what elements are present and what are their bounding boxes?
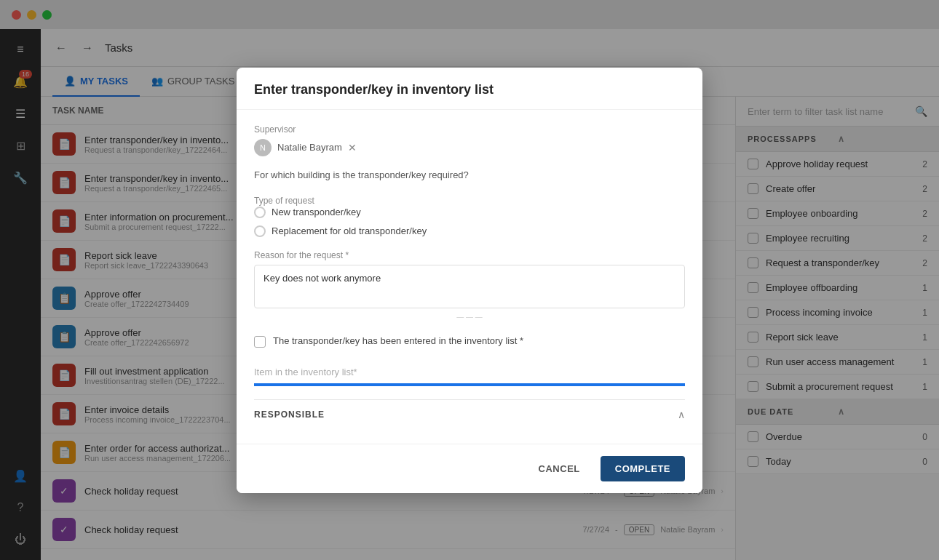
radio-new-circle[interactable] bbox=[254, 207, 266, 218]
reason-field: Reason for the request * Key does not wo… bbox=[254, 250, 685, 322]
inventory-checkbox-row: The transponder/key has been entered in … bbox=[254, 335, 685, 348]
inventory-item-input[interactable] bbox=[254, 361, 685, 385]
supervisor-label: Supervisor bbox=[254, 124, 685, 135]
type-of-request-label: Type of request bbox=[254, 196, 314, 206]
scroll-indicator: — — — bbox=[254, 311, 685, 322]
checkbox-label-text: The transponder/key has been entered in … bbox=[273, 335, 523, 346]
supervisor-row: N Natalie Bayram ✕ bbox=[254, 139, 685, 156]
cancel-button[interactable]: CANCEL bbox=[524, 456, 595, 481]
chevron-up-icon: ∧ bbox=[678, 409, 685, 420]
complete-button[interactable]: COMPLETE bbox=[601, 456, 685, 481]
modal-body: Supervisor N Natalie Bayram ✕ For which … bbox=[237, 110, 702, 444]
responsible-section[interactable]: RESPONSIBLE ∧ bbox=[254, 399, 685, 429]
modal-footer: CANCEL COMPLETE bbox=[237, 444, 702, 493]
inventory-checkbox[interactable] bbox=[254, 336, 266, 348]
modal-title: Enter transponder/key in inventory list bbox=[254, 82, 685, 97]
building-question-field: For which building is the transponder/ke… bbox=[254, 169, 685, 180]
modal-overlay[interactable]: Enter transponder/key in inventory list … bbox=[0, 0, 939, 560]
radio-option-new[interactable]: New transponder/key bbox=[254, 207, 685, 218]
reason-textarea[interactable]: Key does not work anymore bbox=[254, 265, 685, 308]
supervisor-edit-icon[interactable]: ✕ bbox=[348, 142, 357, 153]
radio-replacement-label: Replacement for old transponder/key bbox=[272, 225, 427, 236]
responsible-label: RESPONSIBLE bbox=[254, 409, 678, 420]
reason-label: Reason for the request * bbox=[254, 250, 685, 260]
radio-new-label: New transponder/key bbox=[272, 207, 361, 217]
radio-replacement-circle[interactable] bbox=[254, 225, 266, 237]
building-question: For which building is the transponder/ke… bbox=[254, 169, 685, 180]
radio-option-replacement[interactable]: Replacement for old transponder/key bbox=[254, 225, 685, 237]
type-of-request-field: Type of request New transponder/key Repl… bbox=[254, 193, 685, 237]
modal-header: Enter transponder/key in inventory list bbox=[237, 68, 702, 110]
inventory-checkbox-label: The transponder/key has been entered in … bbox=[273, 335, 523, 346]
modal: Enter transponder/key in inventory list … bbox=[237, 68, 702, 493]
radio-group: New transponder/key Replacement for old … bbox=[254, 207, 685, 237]
supervisor-name: Natalie Bayram bbox=[277, 142, 342, 153]
supervisor-avatar: N bbox=[254, 139, 272, 156]
inventory-item-field bbox=[254, 361, 685, 386]
supervisor-field: Supervisor N Natalie Bayram ✕ bbox=[254, 124, 685, 156]
